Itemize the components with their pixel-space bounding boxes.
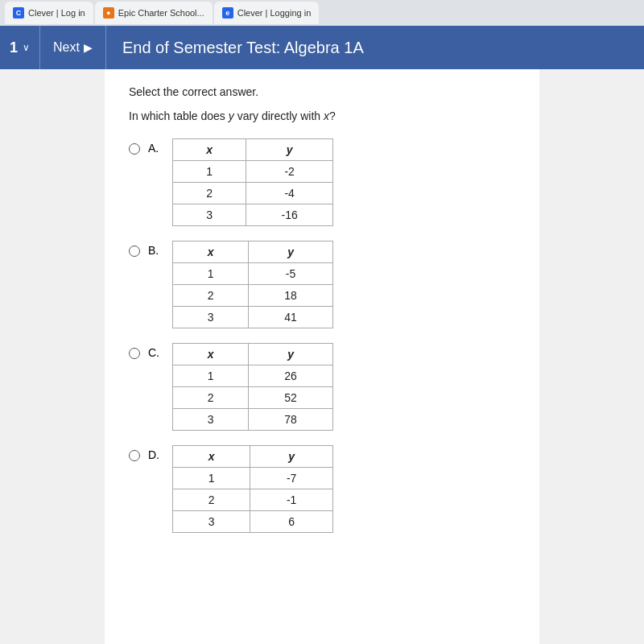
table-c-col-y: y	[249, 344, 333, 365]
radio-c[interactable]	[129, 348, 140, 359]
table-row: 3 41	[173, 307, 333, 328]
question-nav: 1 ∨	[0, 26, 39, 69]
browser-tab-bar: C Clever | Log in ● Epic Charter School.…	[0, 0, 644, 26]
table-row: 1 -5	[173, 263, 333, 285]
table-d-row3-x: 3	[173, 511, 250, 533]
next-arrow-icon: ▶	[84, 41, 93, 54]
app-header: 1 ∨ Next ▶ End of Semester Test: Algebra…	[0, 26, 644, 69]
table-a-row2-y: -4	[246, 183, 333, 204]
next-button[interactable]: Next ▶	[40, 26, 105, 69]
tab-epic[interactable]: ● Epic Charter School...	[95, 2, 213, 24]
table-b-row1-y: -5	[249, 263, 333, 285]
table-b: x y 1 -5 2 18 3	[172, 241, 333, 328]
instruction-text: Select the correct answer.	[129, 85, 515, 98]
table-a-row1-x: 1	[173, 161, 246, 183]
clever-tab-icon: C	[13, 7, 24, 19]
table-b-col-x: x	[173, 242, 249, 263]
question-number: 1	[10, 39, 18, 56]
table-a-row1-y: -2	[246, 161, 333, 183]
table-b-row3-y: 41	[249, 307, 333, 328]
table-a-col-y: y	[246, 139, 333, 161]
option-row-d: D. x y 1 -7 2	[129, 445, 515, 533]
question-text: In which table does y vary directly with…	[129, 109, 515, 122]
radio-b[interactable]	[129, 246, 140, 257]
table-a: x y 1 -2 2 -4 3	[172, 138, 333, 226]
tab-epic-label: Epic Charter School...	[118, 8, 204, 18]
table-row: 3 6	[173, 511, 333, 533]
table-c-col-x: x	[173, 344, 249, 365]
table-row: 1 -2	[173, 161, 333, 183]
option-row-c: C. x y 1 26 2	[129, 343, 515, 431]
table-d-row1-y: -7	[250, 468, 333, 489]
radio-d[interactable]	[129, 450, 140, 461]
table-c: x y 1 26 2 52 3	[172, 343, 333, 431]
table-row: 1 26	[173, 365, 333, 387]
table-row: 2 18	[173, 285, 333, 307]
tab-clever-label: Clever | Log in	[28, 8, 85, 18]
epic-tab-icon: ●	[103, 7, 114, 19]
page-background: C Clever | Log in ● Epic Charter School.…	[0, 0, 644, 644]
table-d-row3-y: 6	[250, 511, 333, 533]
main-content: Select the correct answer. In which tabl…	[105, 69, 539, 644]
table-d-row2-x: 2	[173, 489, 250, 511]
table-a-row3-y: -16	[246, 204, 333, 226]
table-row: 3 -16	[173, 204, 333, 226]
table-row: 2 52	[173, 387, 333, 409]
table-d-col-y: y	[250, 446, 333, 468]
option-row-b: B. x y 1 -5 2	[129, 241, 515, 328]
table-c-row1-y: 26	[249, 365, 333, 387]
table-b-row2-x: 2	[173, 285, 249, 307]
test-title: End of Semester Test: Algebra 1A	[106, 39, 644, 57]
tab-clever2-label: Clever | Logging in	[237, 8, 312, 18]
table-c-row1-x: 1	[173, 365, 249, 387]
table-c-row3-x: 3	[173, 409, 249, 431]
table-b-row2-y: 18	[249, 285, 333, 307]
next-label: Next	[53, 40, 80, 55]
table-b-col-y: y	[249, 242, 333, 263]
table-a-row3-x: 3	[173, 204, 246, 226]
table-a-col-x: x	[173, 139, 246, 161]
options-list: A. x y 1 -2 2	[129, 138, 515, 533]
table-row: 3 78	[173, 409, 333, 431]
radio-a[interactable]	[129, 143, 140, 155]
table-d-col-x: x	[173, 446, 250, 468]
clever2-tab-icon: e	[222, 7, 233, 19]
table-a-row2-x: 2	[173, 183, 246, 204]
table-c-row2-y: 52	[249, 387, 333, 409]
option-label-b: B.	[148, 244, 164, 257]
chevron-down-icon[interactable]: ∨	[23, 42, 30, 53]
table-d: x y 1 -7 2 -1 3	[172, 445, 333, 533]
table-d-row2-y: -1	[250, 489, 333, 511]
option-row-a: A. x y 1 -2 2	[129, 138, 515, 226]
table-b-row1-x: 1	[173, 263, 249, 285]
table-b-row3-x: 3	[173, 307, 249, 328]
option-label-d: D.	[148, 448, 164, 461]
tab-clever-login[interactable]: C Clever | Log in	[5, 2, 93, 24]
option-label-c: C.	[148, 346, 164, 359]
table-row: 2 -4	[173, 183, 333, 204]
table-c-row3-y: 78	[249, 409, 333, 431]
option-label-a: A.	[148, 142, 164, 155]
table-c-row2-x: 2	[173, 387, 249, 409]
tab-clever-logging[interactable]: e Clever | Logging in	[214, 2, 320, 24]
table-row: 1 -7	[173, 468, 333, 489]
table-row: 2 -1	[173, 489, 333, 511]
table-d-row1-x: 1	[173, 468, 250, 489]
